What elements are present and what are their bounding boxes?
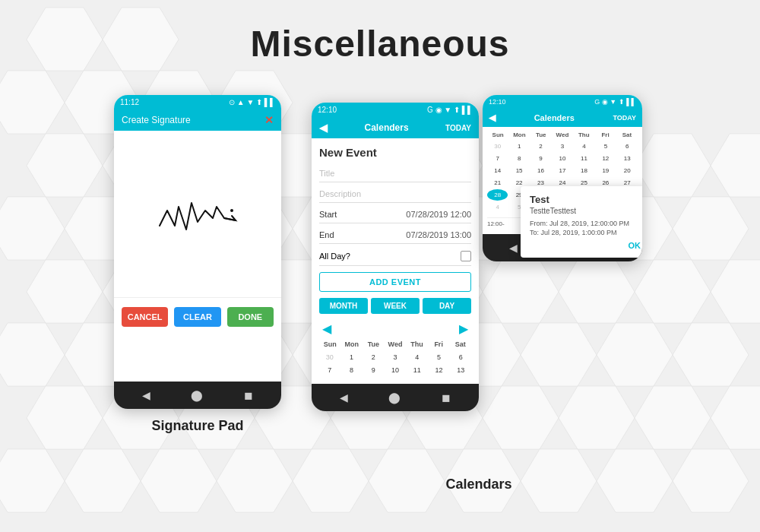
cal-cell[interactable]: 4 [407,351,428,363]
recents-nav-icon[interactable]: ◼ [442,391,451,404]
day-sat: Sat [449,340,471,348]
sig-buttons: CANCEL CLEAR DONE [114,298,281,336]
month-tab[interactable]: MONTH [319,298,368,314]
back-nav-icon[interactable]: ◀ [340,391,348,404]
cal2-statusbar: 12:10 G ◉ ▼ ⬆ ▌▌ [483,95,642,109]
cal-cell[interactable]: 12 [429,364,450,376]
title-field[interactable]: Title [319,165,471,182]
recents-nav-icon[interactable]: ◼ [244,389,253,401]
cal2-cell[interactable]: 11 [574,153,594,164]
cal-cell[interactable]: 13 [450,364,471,376]
cal-cell[interactable]: 10 [385,364,406,376]
cal1-title-text: Calenders [365,122,409,133]
cal2-cell[interactable]: 7 [487,153,508,164]
prev-month-icon[interactable]: ◀ [322,321,331,336]
day-tab[interactable]: DAY [423,298,471,314]
mini-cal-header: Sun Mon Tue Wed Thu Fri Sat [319,340,471,348]
signature-pad-group: 11:12 ⊙ ▲ ▼ ⬆ ▌▌ Create Signature ✕ [114,95,281,434]
home-nav-icon[interactable]: ⬤ [191,389,203,401]
day-fri: Fri [428,340,450,348]
done-button[interactable]: DONE [227,307,274,327]
cal2-back-icon[interactable]: ◀ [489,112,496,123]
cal2-cell[interactable]: 14 [487,165,508,176]
cal2-cell[interactable]: 4 [574,141,594,152]
cal2-cell[interactable]: 6 [617,141,638,152]
cal1-statusbar: 12:10 G ◉ ▼ ⬆ ▌▌ [312,103,479,117]
calendars-group: 12:10 G ◉ ▼ ⬆ ▌▌ ◀ Calenders TODAY New E… [312,95,646,492]
cal2-cell[interactable]: 13 [617,153,638,164]
signature-pad-label: Signature Pad [151,418,243,434]
signature-pad-phone: 11:12 ⊙ ▲ ▼ ⬆ ▌▌ Create Signature ✕ [114,95,281,409]
signature-drawing [137,184,258,245]
home-nav-icon[interactable]: ⬤ [388,391,401,404]
cal-cell[interactable]: 1 [341,351,363,363]
cancel-button[interactable]: CANCEL [122,307,168,327]
cal2-cell-today[interactable]: 28 [487,189,508,201]
cal-cell[interactable]: 11 [407,364,428,376]
cal2-cell[interactable]: 17 [552,165,572,176]
cal1-today-btn[interactable]: TODAY [445,124,471,132]
description-field[interactable]: Description [319,185,471,203]
event-dialog-to: To: Jul 28, 2019, 1:00:00 PM [530,229,641,236]
cal-cell[interactable]: 9 [363,364,384,376]
end-label: End [319,230,334,239]
cal-cell[interactable]: 7 [319,364,340,376]
add-event-button[interactable]: ADD EVENT [319,272,471,292]
sig-titlebar: Create Signature ✕ [114,109,281,131]
cal-cell[interactable]: 2 [363,351,384,363]
cal2-cell[interactable]: 2 [530,141,551,152]
sig-close-icon[interactable]: ✕ [264,114,274,126]
sig-canvas[interactable] [114,131,281,298]
cal2-cell[interactable]: 5 [595,141,616,152]
next-month-icon[interactable]: ▶ [459,321,468,336]
cal2-cell[interactable]: 16 [530,165,551,176]
d-fri: Fri [594,131,616,138]
cal2-cell[interactable]: 12 [595,153,616,164]
cal2-cell[interactable]: 8 [508,153,529,164]
cal2-cell[interactable]: 20 [617,165,638,176]
cal-nav: ◀ ▶ [319,320,471,340]
cal2-grid-header: Sun Mon Tue Wed Thu Fri Sat [487,131,638,138]
cal2-cell[interactable]: 15 [508,165,529,176]
cal-cell[interactable]: 6 [450,351,471,363]
cal2-cell[interactable]: 1 [508,141,529,152]
cal-cell[interactable]: 30 [319,351,340,363]
cal2-cell[interactable]: 10 [552,153,572,164]
cal2-cell[interactable]: 19 [595,165,616,176]
d-sun: Sun [487,131,508,138]
allday-label: All Day? [319,252,350,261]
cal-cell[interactable]: 3 [385,351,406,363]
week-tab[interactable]: WEEK [371,298,420,314]
day-mon: Mon [341,340,363,348]
cal2-today-btn[interactable]: TODAY [613,114,636,122]
end-value: 07/28/2019 13:00 [406,230,471,239]
mini-calendar: Sun Mon Tue Wed Thu Fri Sat 30 1 [319,340,471,376]
clear-button[interactable]: CLEAR [174,307,220,327]
day-tue: Tue [363,340,385,348]
cal2-cell[interactable]: 30 [487,141,508,152]
back-nav-icon[interactable]: ◀ [142,389,150,401]
calendar-phone-front: 12:10 G ◉ ▼ ⬆ ▌▌ ◀ Calenders TODAY Sun [483,95,642,261]
cal2-cell[interactable]: 21 [487,177,508,188]
cal2-cell[interactable]: 4 [487,201,508,213]
calendar-phone-back: 12:10 G ◉ ▼ ⬆ ▌▌ ◀ Calenders TODAY New E… [312,103,479,411]
day-thu: Thu [406,340,428,348]
back-nav-icon[interactable]: ◀ [509,242,518,254]
sig-time: 11:12 [120,98,139,106]
cal-tab-bar: MONTH WEEK DAY [319,298,471,314]
cal-cell[interactable]: 8 [341,364,363,376]
allday-checkbox[interactable] [461,251,471,261]
cal2-cell[interactable]: 9 [530,153,551,164]
event-dialog-ok-row: OK [530,241,641,250]
cal1-back-icon[interactable]: ◀ [319,122,328,134]
ok-button[interactable]: OK [629,241,641,250]
sig-navbar: ◀ ⬤ ◼ [114,382,281,409]
devices-row: 11:12 ⊙ ▲ ▼ ⬆ ▌▌ Create Signature ✕ [114,95,646,492]
cal-cell[interactable]: 5 [429,351,450,363]
day-wed: Wed [385,340,407,348]
cal2-cell[interactable]: 3 [552,141,572,152]
svg-point-66 [230,209,233,212]
sig-title-text: Create Signature [122,115,191,125]
cal2-cell[interactable]: 18 [574,165,594,176]
cal1-status-icons: G ◉ ▼ ⬆ ▌▌ [427,106,473,114]
